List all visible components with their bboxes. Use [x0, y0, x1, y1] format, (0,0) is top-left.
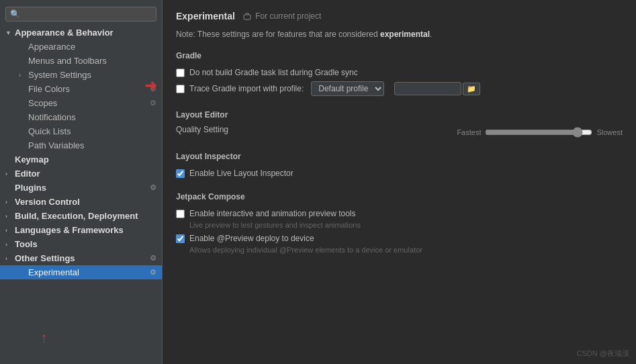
- trace-gradle-checkbox[interactable]: [176, 85, 185, 93]
- sidebar-item-other-settings[interactable]: › Other Settings ⚙: [0, 251, 162, 265]
- layout-editor-section: Layout Editor Quality Setting Fastest Sl…: [176, 110, 623, 140]
- jetpack-compose-label: Jetpack Compose: [176, 192, 623, 201]
- interactive-preview-description: Live preview to test gestures and inspec…: [176, 221, 623, 229]
- preview-deploy-label: Enable @Preview deploy to device: [189, 234, 314, 243]
- layout-inspector-section: Layout Inspector Enable Live Layout Insp…: [176, 152, 623, 180]
- sidebar-item-file-colors[interactable]: File Colors ⚙: [0, 82, 162, 96]
- interactive-preview-label: Enable interactive and animation preview…: [189, 209, 355, 218]
- sidebar-item-appearance[interactable]: Appearance: [0, 40, 162, 54]
- quality-slider-container: Fastest Slowest: [457, 127, 623, 138]
- project-icon: [243, 13, 251, 21]
- settings-icon: ⚙: [150, 254, 156, 263]
- experimental-note: Note: These settings are for features th…: [176, 28, 623, 40]
- arrow-icon: ▼: [5, 30, 12, 36]
- preview-deploy-row: Enable @Preview deploy to device: [176, 232, 623, 245]
- trace-profile-select[interactable]: Default profile Custom: [311, 81, 384, 96]
- sidebar-item-languages-frameworks[interactable]: › Languages & Frameworks: [0, 223, 162, 237]
- watermark: CSDN @夜瑞漠: [577, 349, 629, 359]
- live-layout-label: Enable Live Layout Inspector: [189, 169, 293, 178]
- search-input[interactable]: [5, 7, 156, 21]
- preview-deploy-description: Allows deploying individual @Preview ele…: [176, 246, 623, 254]
- trace-gradle-label: Trace Gradle import with profile:: [189, 84, 304, 93]
- gradle-section: Gradle Do not build Gradle task list dur…: [176, 51, 623, 98]
- sidebar-item-keymap[interactable]: Keymap: [0, 152, 162, 167]
- trace-profile-input[interactable]: [394, 82, 461, 95]
- interactive-preview-row: Enable interactive and animation preview…: [176, 207, 623, 220]
- content-header: Experimental For current project: [176, 11, 623, 21]
- preview-deploy-checkbox[interactable]: [176, 234, 185, 243]
- project-subtitle: For current project: [243, 11, 321, 21]
- settings-icon: ⚙: [150, 99, 156, 107]
- quality-setting-label: Quality Setting: [176, 125, 228, 134]
- sidebar-item-version-control[interactable]: › Version Control: [0, 195, 162, 209]
- settings-icon: ⚙: [150, 85, 156, 93]
- sidebar-item-notifications[interactable]: Notifications: [0, 110, 162, 124]
- sidebar-item-experimental[interactable]: Experimental ⚙: [0, 265, 162, 279]
- no-build-gradle-label: Do not build Gradle task list during Gra…: [189, 68, 358, 77]
- sidebar-item-build-execution[interactable]: › Build, Execution, Deployment: [0, 209, 162, 223]
- settings-icon: ⚙: [150, 183, 156, 192]
- sidebar-item-appearance-behavior[interactable]: ▼ Appearance & Behavior: [0, 26, 162, 40]
- interactive-preview-checkbox[interactable]: [176, 210, 185, 218]
- svg-rect-0: [244, 15, 251, 19]
- live-layout-checkbox[interactable]: [176, 169, 185, 178]
- no-build-gradle-row: Do not build Gradle task list during Gra…: [176, 66, 623, 79]
- page-title: Experimental: [176, 11, 235, 21]
- settings-icon: ⚙: [150, 268, 156, 277]
- sidebar-item-system-settings[interactable]: › System Settings: [0, 68, 162, 82]
- quality-setting-row: Quality Setting Fastest Slowest: [176, 125, 623, 140]
- layout-editor-label: Layout Editor: [176, 110, 623, 120]
- gradle-section-label: Gradle: [176, 51, 623, 60]
- sidebar-item-path-variables[interactable]: Path Variables: [0, 138, 162, 152]
- sidebar-item-scopes[interactable]: Scopes ⚙: [0, 96, 162, 110]
- sidebar-item-tools[interactable]: › Tools: [0, 237, 162, 251]
- trace-browse-button[interactable]: 📁: [463, 83, 480, 95]
- quality-fastest-label: Fastest: [457, 128, 481, 136]
- jetpack-compose-section: Jetpack Compose Enable interactive and a…: [176, 192, 623, 254]
- main-layout: ▼ Appearance & Behavior Appearance Menus…: [0, 0, 636, 364]
- content-area: Experimental For current project Note: T…: [163, 0, 636, 364]
- sidebar-item-quick-lists[interactable]: Quick Lists: [0, 124, 162, 138]
- sidebar-item-editor[interactable]: › Editor: [0, 167, 162, 181]
- sidebar-item-plugins[interactable]: Plugins ⚙: [0, 181, 162, 195]
- no-build-gradle-checkbox[interactable]: [176, 69, 185, 77]
- sidebar: ▼ Appearance & Behavior Appearance Menus…: [0, 0, 163, 364]
- live-layout-row: Enable Live Layout Inspector: [176, 167, 623, 180]
- quality-slowest-label: Slowest: [596, 128, 623, 136]
- quality-slider[interactable]: [485, 127, 592, 138]
- trace-gradle-row: Trace Gradle import with profile: Defaul…: [176, 79, 623, 98]
- sidebar-item-menus-toolbars[interactable]: Menus and Toolbars: [0, 54, 162, 68]
- layout-inspector-label: Layout Inspector: [176, 152, 623, 161]
